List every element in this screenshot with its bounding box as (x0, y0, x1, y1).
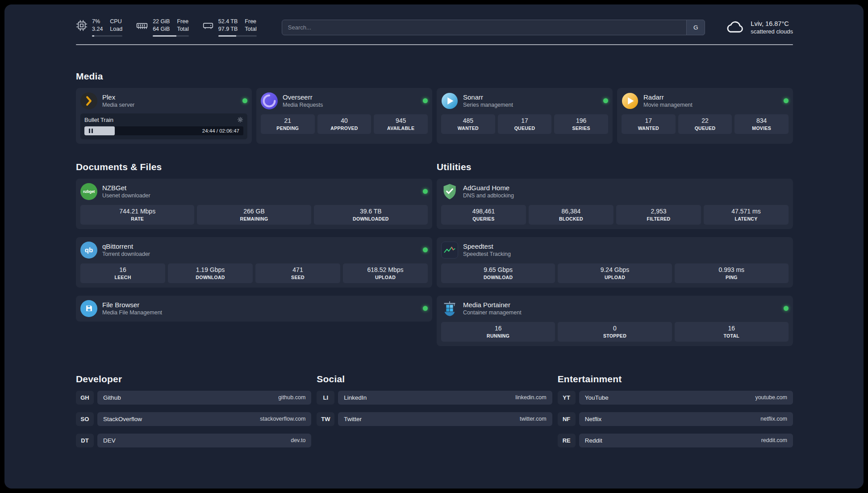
section-entertainment: Entertainment YT YouTube youtube.com NF … (558, 374, 793, 455)
weather-widget: Lviv, 16.87°C scattered clouds (725, 19, 793, 36)
stat-box: 16TOTAL (675, 322, 789, 342)
section-documents: Documents & Files nzbget NZBGet Usenet d… (76, 162, 432, 322)
stat-box: 17WANTED (622, 114, 676, 134)
bookmark-abbr: DT (76, 434, 94, 447)
now-playing-title: Bullet Train (84, 117, 113, 123)
bookmark-dev[interactable]: DT DEV dev.to (76, 434, 311, 447)
bookmark-abbr: LI (317, 391, 334, 405)
bookmark-name: Github (103, 394, 121, 401)
now-playing-widget: Bullet Train 24:44 / 02:06:47 (80, 113, 247, 139)
ram-widget: 22 GiB64 GiB FreeTotal (136, 18, 189, 37)
stat-box: 16LEECH (80, 263, 165, 283)
bookmark-stackoverflow[interactable]: SO StackOverflow stackoverflow.com (76, 412, 311, 426)
playback-time: 24:44 / 02:06:47 (202, 126, 239, 135)
ram-labels: FreeTotal (177, 18, 188, 33)
search-bar: G (282, 20, 705, 35)
stat-box: 196SERIES (554, 114, 608, 134)
bookmark-linkedin[interactable]: LI LinkedIn linkedin.com (317, 391, 552, 405)
search-input[interactable] (282, 20, 705, 35)
stat-box: 9.65 GbpsDOWNLOAD (441, 263, 555, 283)
portainer-card[interactable]: Media Portainer Container management 16R… (437, 296, 793, 346)
search-engine-button[interactable]: G (686, 20, 705, 35)
overseerr-card[interactable]: Overseerr Media Requests 21PENDING 40APP… (256, 88, 432, 144)
stat-box: 485WANTED (441, 114, 495, 134)
app-subtitle: Series management (463, 102, 513, 108)
bookmark-abbr: RE (558, 434, 576, 447)
status-dot (423, 98, 428, 103)
utilities-section-title: Utilities (437, 162, 793, 172)
adguard-card[interactable]: AdGuard Home DNS and adblocking 498,461Q… (437, 179, 793, 229)
app-name: File Browser (102, 301, 162, 309)
filebrowser-card[interactable]: File Browser Media File Management (76, 296, 432, 322)
playback-progress-bar[interactable]: 24:44 / 02:06:47 (84, 126, 243, 135)
app-name: Sonarr (463, 93, 513, 101)
nzbget-card[interactable]: nzbget NZBGet Usenet downloader 744.21 M… (76, 179, 432, 229)
stat-box: 945AVAILABLE (374, 114, 428, 134)
stat-box: 47.571 msLATENCY (704, 205, 789, 225)
stat-box: 0.993 msPING (675, 263, 789, 283)
weather-location: Lviv, 16.87°C (751, 20, 793, 27)
status-dot (784, 98, 789, 103)
stat-box: 266 GBREMAINING (197, 205, 311, 225)
app-name: NZBGet (102, 184, 150, 192)
status-dot (242, 98, 247, 103)
overseerr-icon (261, 92, 278, 109)
bookmark-abbr: YT (558, 391, 576, 405)
plex-icon (80, 92, 97, 109)
disk-progress-bar (218, 35, 257, 37)
bookmark-name: StackOverflow (103, 416, 142, 422)
developer-section-title: Developer (76, 374, 311, 384)
status-dot (784, 306, 789, 311)
speedtest-graph-icon (441, 242, 458, 259)
section-media: Media Plex Media server Bullet Train (76, 71, 793, 144)
app-name: AdGuard Home (463, 184, 514, 192)
bookmark-url: github.com (278, 394, 305, 401)
stat-box: 16RUNNING (441, 322, 555, 342)
filebrowser-icon (80, 300, 97, 317)
stat-box: 40APPROVED (317, 114, 371, 134)
section-developer: Developer GH Github github.com SO StackO… (76, 374, 311, 455)
bookmark-url: linkedin.com (515, 394, 546, 401)
bookmark-netflix[interactable]: NF Netflix netflix.com (558, 412, 793, 426)
bookmark-abbr: GH (76, 391, 94, 405)
ram-icon (136, 20, 148, 33)
ram-progress-bar (153, 35, 189, 37)
plex-card[interactable]: Plex Media server Bullet Train (76, 88, 252, 144)
cpu-labels: CPULoad (110, 18, 122, 33)
qbittorrent-card[interactable]: qb qBittorrent Torrent downloader 16LEEC… (76, 237, 432, 288)
gear-icon[interactable] (237, 117, 243, 123)
nzbget-icon: nzbget (80, 183, 97, 200)
ram-values: 22 GiB64 GiB (153, 18, 170, 33)
status-dot (603, 98, 608, 103)
status-dot (423, 189, 428, 194)
stat-box: 2,953FILTERED (616, 205, 701, 225)
app-subtitle: Speedtest Tracking (463, 251, 511, 257)
qbittorrent-icon: qb (80, 242, 97, 259)
bookmark-youtube[interactable]: YT YouTube youtube.com (558, 391, 793, 405)
section-utilities: Utilities AdGuard Home (437, 162, 793, 346)
speedtest-card[interactable]: Speedtest Speedtest Tracking 9.65 GbpsDO… (437, 237, 793, 288)
app-name: Plex (102, 93, 134, 101)
adguard-shield-icon (441, 183, 458, 200)
radarr-icon (622, 92, 638, 109)
app-subtitle: DNS and adblocking (463, 192, 514, 199)
bookmark-twitter[interactable]: TW Twitter twitter.com (317, 412, 552, 426)
app-name: Media Portainer (463, 301, 522, 309)
app-subtitle: Media File Management (102, 309, 162, 316)
bookmark-github[interactable]: GH Github github.com (76, 391, 311, 405)
stat-box: 498,461QUERIES (441, 205, 526, 225)
bookmark-url: dev.to (291, 437, 305, 443)
sonarr-card[interactable]: Sonarr Series management 485WANTED 17QUE… (437, 88, 613, 144)
pause-icon[interactable] (89, 129, 93, 133)
radarr-card[interactable]: Radarr Movie management 17WANTED 22QUEUE… (617, 88, 793, 144)
app-subtitle: Usenet downloader (102, 192, 150, 199)
stat-box: 0STOPPED (558, 322, 672, 342)
cloud-icon (725, 19, 745, 36)
bookmark-reddit[interactable]: RE Reddit reddit.com (558, 434, 793, 447)
bookmark-name: Twitter (344, 416, 362, 422)
sonarr-icon (441, 92, 458, 109)
bookmark-name: Reddit (585, 437, 602, 444)
app-name: qBittorrent (102, 242, 150, 250)
stat-box: 86,384BLOCKED (529, 205, 613, 225)
stat-box: 9.24 GbpsUPLOAD (558, 263, 672, 283)
